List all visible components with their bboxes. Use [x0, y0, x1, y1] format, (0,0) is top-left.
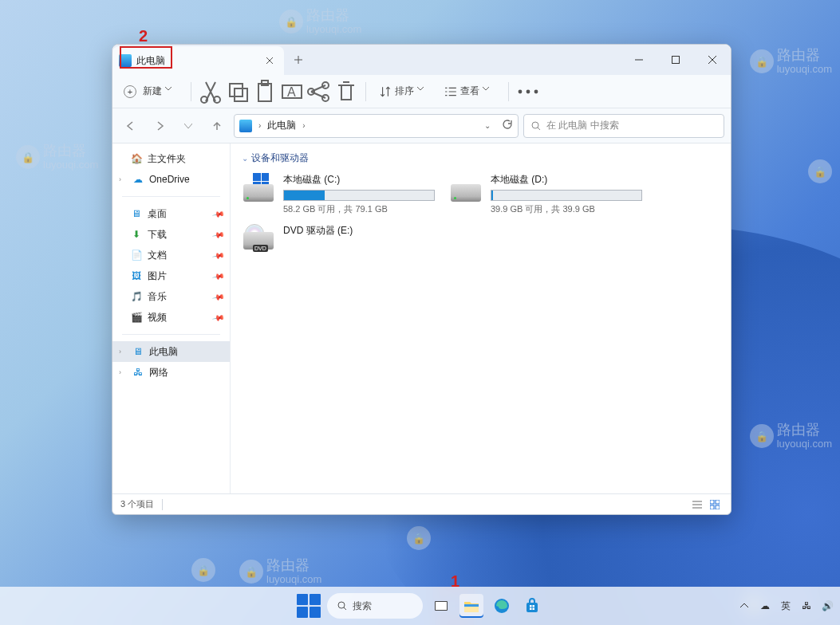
drive-stat: 58.2 GB 可用，共 79.1 GB	[283, 203, 440, 215]
pin-icon: 📌	[212, 290, 225, 303]
svg-rect-29	[530, 608, 532, 611]
refresh-button[interactable]	[502, 119, 513, 133]
pc-icon: 🖥	[132, 345, 144, 358]
sidebar-item-documents[interactable]: 📄 文档 📌	[112, 245, 230, 265]
back-button[interactable]	[119, 114, 143, 138]
pc-icon	[239, 120, 252, 132]
svg-rect-19	[716, 505, 720, 509]
chevron-up-icon[interactable]	[738, 599, 751, 612]
chevron-down-icon[interactable]: ⌄	[484, 121, 491, 130]
lock-icon: 🔒	[279, 10, 303, 33]
lock-icon: 🔒	[750, 49, 774, 73]
address-bar[interactable]: › 此电脑 › ⌄	[234, 114, 519, 138]
svg-rect-17	[716, 500, 720, 504]
drive-d[interactable]: 本地磁盘 (D:) 39.9 GB 可用，共 39.9 GB	[449, 171, 649, 216]
address-bar-row: › 此电脑 › ⌄ 在 此电脑 中搜索	[112, 108, 731, 143]
sidebar-item-pictures[interactable]: 🖼 图片 📌	[112, 265, 230, 286]
ime-icon[interactable]: 英	[779, 599, 792, 612]
svg-point-12	[519, 89, 523, 93]
new-button[interactable]: + 新建	[117, 80, 184, 104]
maximize-button[interactable]	[657, 45, 694, 75]
chevron-right-icon: ›	[302, 121, 305, 130]
taskbar-search[interactable]: 搜索	[327, 593, 423, 619]
sidebar: 🏠 主文件夹 › ☁ OneDrive 🖥 桌面 📌 ⬇ 下载 📌 📄	[112, 143, 231, 493]
svg-rect-28	[532, 605, 534, 607]
drive-name: 本地磁盘 (C:)	[283, 173, 440, 187]
forward-button[interactable]	[148, 114, 172, 138]
network-icon: 🖧	[132, 366, 144, 379]
view-button[interactable]: 查看	[438, 80, 502, 104]
rename-button[interactable]: A	[279, 80, 305, 104]
sidebar-item-music[interactable]: 🎵 音乐 📌	[112, 286, 230, 307]
lock-icon: 🔒	[239, 560, 263, 584]
sidebar-item-onedrive[interactable]: › ☁ OneDrive	[112, 169, 230, 190]
chevron-right-icon: ›	[119, 348, 127, 356]
taskbar: 搜索 ☁ 英 🖧 🔊	[0, 587, 840, 625]
tiles-view-button[interactable]	[707, 497, 723, 512]
statusbar: 3 个项目	[112, 493, 731, 514]
drive-stat: 39.9 GB 可用，共 39.9 GB	[491, 203, 647, 215]
taskbar-icon-store[interactable]	[520, 594, 544, 618]
annotation-box-2	[120, 46, 172, 69]
taskbar-icon-explorer[interactable]	[459, 594, 483, 618]
svg-text:A: A	[287, 85, 296, 99]
minimize-button[interactable]	[621, 45, 657, 75]
details-view-button[interactable]	[689, 497, 705, 512]
drive-name: 本地磁盘 (D:)	[491, 173, 647, 187]
plus-icon: +	[124, 85, 136, 98]
desktop-icon: 🖥	[130, 207, 143, 220]
address-text: 此电脑	[267, 119, 296, 132]
picture-icon: 🖼	[130, 269, 143, 282]
copy-button[interactable]	[225, 80, 250, 104]
sort-button[interactable]: 排序	[373, 80, 436, 104]
sidebar-item-downloads[interactable]: ⬇ 下载 📌	[112, 224, 230, 245]
svg-rect-3	[230, 84, 243, 96]
drive-dvd[interactable]: DVD DVD 驱动器 (E:)	[242, 222, 441, 267]
network-tray-icon[interactable]: 🖧	[800, 599, 813, 612]
pin-icon: 📌	[212, 311, 225, 324]
sidebar-item-home[interactable]: 🏠 主文件夹	[112, 148, 230, 169]
svg-rect-26	[526, 603, 538, 612]
recent-dropdown[interactable]	[176, 114, 200, 138]
lock-icon: 🔒	[16, 145, 40, 169]
svg-rect-24	[464, 604, 479, 607]
drive-icon	[243, 173, 275, 208]
onedrive-tray-icon[interactable]: ☁	[759, 599, 771, 612]
chevron-down-icon: ⌄	[242, 154, 248, 163]
new-tab-button[interactable]	[284, 45, 313, 75]
system-tray: ☁ 英 🖧 🔊	[738, 587, 834, 625]
svg-rect-18	[710, 505, 714, 509]
sidebar-item-videos[interactable]: 🎬 视频 📌	[112, 307, 230, 328]
svg-rect-4	[235, 88, 247, 101]
close-tab-button[interactable]	[262, 53, 278, 69]
group-header[interactable]: ⌄ 设备和驱动器	[242, 151, 720, 165]
paste-button[interactable]	[252, 80, 278, 104]
taskbar-icon-edge[interactable]	[490, 594, 514, 618]
up-button[interactable]	[205, 114, 229, 138]
sidebar-item-thispc[interactable]: › 🖥 此电脑	[112, 341, 230, 362]
delete-button[interactable]	[333, 80, 359, 104]
volume-tray-icon[interactable]: 🔊	[821, 599, 834, 612]
svg-point-15	[532, 122, 538, 128]
svg-point-13	[526, 89, 530, 93]
drive-name: DVD 驱动器 (E:)	[283, 224, 440, 238]
dvd-icon: DVD	[243, 224, 275, 259]
drive-c[interactable]: 本地磁盘 (C:) 58.2 GB 可用，共 79.1 GB	[242, 171, 441, 216]
svg-point-20	[338, 602, 345, 608]
close-button[interactable]	[694, 45, 731, 75]
search-input[interactable]: 在 此电脑 中搜索	[523, 114, 724, 138]
home-icon: 🏠	[130, 152, 143, 165]
share-button[interactable]	[306, 80, 332, 104]
sidebar-item-desktop[interactable]: 🖥 桌面 📌	[112, 203, 230, 224]
sidebar-item-network[interactable]: › 🖧 网络	[112, 362, 230, 383]
svg-point-14	[534, 89, 538, 93]
cut-button[interactable]	[198, 80, 223, 104]
search-icon	[337, 600, 348, 611]
task-view-button[interactable]	[429, 594, 453, 618]
start-button[interactable]	[297, 594, 321, 618]
more-button[interactable]	[515, 80, 541, 104]
music-icon: 🎵	[130, 290, 143, 303]
content-pane: ⌄ 设备和驱动器 本地磁盘 (C:) 58.2 GB 可用，共 79.1 GB	[231, 143, 731, 493]
lock-icon: 🔒	[407, 526, 431, 550]
status-count: 3 个项目	[120, 498, 154, 510]
